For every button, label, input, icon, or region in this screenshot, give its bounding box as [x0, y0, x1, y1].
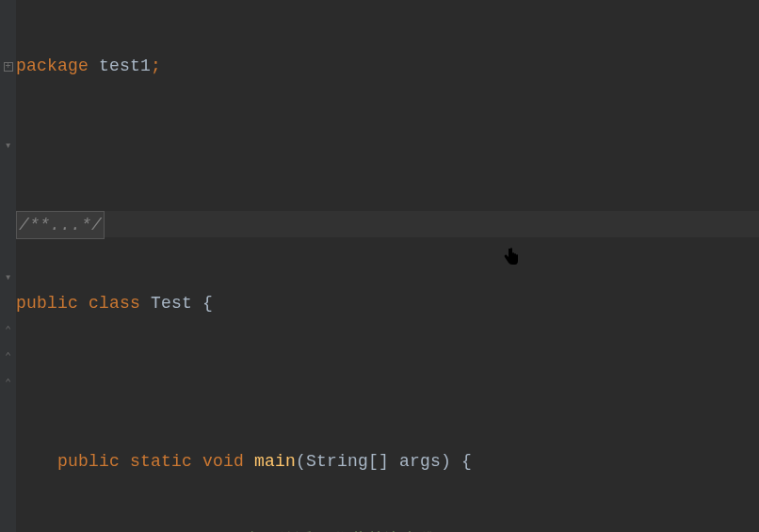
fold-collapse-icon[interactable]: ▾ [2, 139, 14, 152]
method-main: main [244, 452, 296, 471]
fold-expand-icon[interactable]: + [2, 60, 14, 73]
method-params: (String[] args) { [296, 452, 472, 471]
code-editor[interactable]: package test1; /**...*/ public class Tes… [16, 0, 759, 532]
class-name: Test [140, 294, 202, 313]
keyword-static: static [120, 452, 192, 471]
fold-collapse-icon[interactable]: ▾ [2, 271, 14, 283]
fold-end-icon[interactable]: ⌃ [2, 324, 14, 336]
editor-gutter: + ▾ ▾ ⌃ ⌃ ⌃ [0, 0, 16, 532]
fold-end-icon[interactable]: ⌃ [2, 350, 14, 363]
folded-javadoc[interactable]: /**...*/ [16, 211, 105, 239]
brace: { [202, 294, 213, 313]
package-name: test1 [89, 56, 151, 75]
keyword-package: package [16, 56, 89, 75]
keyword-public: public [16, 294, 78, 313]
keyword-public: public [57, 452, 120, 471]
semicolon: ; [151, 56, 161, 75]
mouse-cursor-icon [503, 247, 520, 274]
fold-end-icon[interactable]: ⌃ [2, 377, 14, 389]
keyword-void: void [192, 452, 244, 471]
keyword-class: class [78, 294, 140, 313]
